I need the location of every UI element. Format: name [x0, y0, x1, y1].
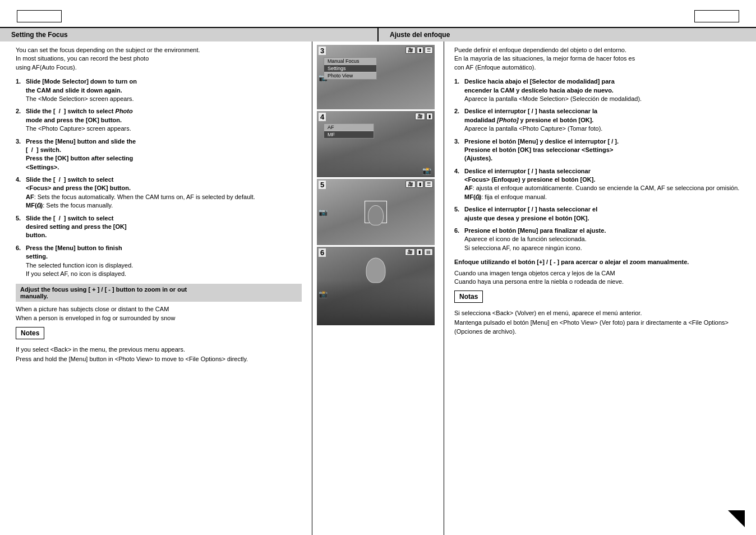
right-step-sub-6: Aparece el icono de la función seleccion…: [464, 235, 740, 252]
img-num-3: 3: [319, 47, 326, 55]
step-bold-1: Slide [Mode Selector] down to turn onthe…: [26, 78, 137, 93]
step-num-5: 5.: [16, 214, 26, 240]
right-step-num-3: 3.: [454, 137, 464, 163]
img-gradient-6: [317, 280, 435, 325]
page-body: You can set the focus depending on the s…: [0, 41, 756, 535]
left-step-2: 2. Slide the [ / ] switch to select Phot…: [16, 107, 302, 133]
img-num-4: 4: [319, 113, 326, 121]
focus-menu-mf: MF: [324, 131, 374, 138]
right-intro: Puede definir el enfoque dependiendo del…: [454, 46, 740, 72]
image-block-3: 3 🎥 ▮ ☰ 📷 Manual Focus Settings Photo Vi…: [317, 45, 435, 109]
menu-item-selected: Settings: [324, 65, 376, 72]
right-steps-list: 1. Deslice hacia abajo el [Selector de m…: [454, 77, 740, 252]
image-rect-5: 5 🎥 ▮ ☰ 📷: [317, 179, 435, 245]
img-icons-6: 🎥 ▮ ▤: [405, 248, 433, 256]
img-icon-cam-5: 🎥: [405, 181, 416, 188]
menu-item-1: Manual Focus: [324, 58, 376, 65]
step-sub-4: AF: Sets the focus automatically. When t…: [26, 193, 302, 210]
section-headers: Setting the Focus Ajuste del enfoque: [0, 28, 756, 41]
image-block-5: 5 🎥 ▮ ☰ 📷: [317, 179, 435, 245]
right-step-bold-4: Deslice el interruptor [ / ] hasta selec…: [464, 168, 595, 183]
left-notes-text: If you select <Back> in the menu, the pr…: [16, 345, 302, 363]
bottom-icon-4: 📸: [422, 167, 431, 175]
left-adjust-detail: When a picture has subjects close or dis…: [16, 305, 302, 322]
step-bold-4: Slide the [ / ] switch to select<Focus> …: [26, 176, 131, 191]
top-header: [0, 0, 756, 27]
img-icons-5: 🎥 ▮ ☰: [405, 181, 433, 188]
img-icon-bat-5: ▮: [417, 181, 423, 188]
notes-box-left: Notes: [16, 327, 44, 339]
col-right: Puede definir el enfoque dependiendo del…: [444, 41, 756, 535]
cam-side-icon-5: 📷: [319, 208, 328, 216]
left-adjust-note-text: Adjust the focus using [ + ] / [ - ] but…: [20, 286, 187, 299]
img-icons-4: 🎥 ▮: [415, 113, 433, 120]
left-step-5: 5. Slide the [ / ] switch to selectdesir…: [16, 214, 302, 240]
img-icon-cam-3: 🎥: [405, 47, 416, 54]
right-adjust-detail: Cuando una imagen tenga objetos cerca y …: [454, 269, 740, 287]
img-icon-bat-6: ▮: [416, 248, 423, 256]
nav-arrow[interactable]: [728, 510, 745, 528]
img-icon-cam-6: 🎥: [405, 248, 415, 256]
right-step-num-5: 5.: [454, 205, 464, 223]
right-step-2: 2. Deslice el interruptor [ / ] hasta se…: [454, 107, 740, 133]
image-rect-4: 4 🎥 ▮ AF MF 📸: [317, 111, 435, 177]
right-step-num-4: 4.: [454, 167, 464, 202]
left-step-1: 1. Slide [Mode Selector] down to turn on…: [16, 77, 302, 103]
step-sub-6: The selected function icon is displayed.…: [26, 261, 302, 279]
menu-overlay-3: Manual Focus Settings Photo View: [324, 57, 377, 80]
step-num-4: 4.: [16, 176, 26, 210]
step-bold-3: Press the [Menu] button and slide the[ /…: [26, 138, 136, 170]
col-images: 3 🎥 ▮ ☰ 📷 Manual Focus Settings Photo Vi…: [312, 41, 444, 535]
step-num-1: 1.: [16, 77, 26, 103]
img-icons-3: 🎥 ▮ ☰: [405, 47, 433, 54]
focus-menu-af: AF: [324, 124, 374, 131]
img-icon-menu-5: ☰: [425, 181, 433, 188]
left-adjust-note: Adjust the focus using [ + ] / [ - ] but…: [16, 284, 302, 302]
left-intro: You can set the focus depending on the s…: [16, 46, 302, 72]
menu-overlay-4: AF MF: [324, 123, 374, 139]
step-content-2: Slide the [ / ] switch to select Photomo…: [26, 107, 302, 133]
step-bold-2: Slide the [ / ] switch to select Photomo…: [26, 108, 133, 123]
step-sub-1: The <Mode Selection> screen appears.: [26, 95, 302, 103]
img-num-5: 5: [319, 181, 326, 189]
step-num-3: 3.: [16, 137, 26, 172]
right-step-5: 5. Deslice el interruptor [ / ] hasta se…: [454, 205, 740, 223]
right-step-1: 1. Deslice hacia abajo el [Selector de m…: [454, 77, 740, 103]
right-step-bold-1: Deslice hacia abajo el [Selector de moda…: [464, 78, 615, 93]
img-gradient-4: [317, 144, 435, 177]
right-step-num-2: 2.: [454, 107, 464, 133]
right-notes-section: Notas Si selecciona <Back> (Volver) en e…: [454, 290, 740, 336]
person-face-5: [368, 205, 384, 225]
step-content-1: Slide [Mode Selector] down to turn onthe…: [26, 77, 302, 103]
right-step-bold-6: Presione el botón [Menu] para finalizar …: [464, 227, 606, 234]
right-step-4: 4. Deslice el interruptor [ / ] hasta se…: [454, 167, 740, 202]
right-notes-text: Si selecciona <Back> (Volver) en el menú…: [454, 308, 740, 336]
image-block-4: 4 🎥 ▮ AF MF 📸: [317, 111, 435, 177]
left-step-6: 6. Press the [Menu] button to finishsett…: [16, 244, 302, 279]
right-step-sub-1: Aparece la pantalla <Mode Selection> (Se…: [464, 95, 740, 103]
notas-label: Notas: [459, 293, 478, 301]
col-left: You can set the focus depending on the s…: [0, 41, 312, 535]
notas-box: Notas: [454, 290, 483, 303]
image-rect-6: 6 🎥 ▮ ▤ 📸: [317, 247, 435, 325]
step-num-2: 2.: [16, 107, 26, 133]
right-step-bold-3: Presione el botón [Menu] y deslice el in…: [464, 138, 619, 162]
right-step-6: 6. Presione el botón [Menu] para finaliz…: [454, 227, 740, 252]
right-step-content-1: Deslice hacia abajo el [Selector de moda…: [464, 77, 740, 103]
left-steps-list: 1. Slide [Mode Selector] down to turn on…: [16, 77, 302, 278]
image-block-6: 6 🎥 ▮ ▤ 📸: [317, 247, 435, 325]
img-num-6: 6: [319, 248, 326, 257]
step-num-6: 6.: [16, 244, 26, 279]
image-rect-3: 3 🎥 ▮ ☰ 📷 Manual Focus Settings Photo Vi…: [317, 45, 435, 109]
left-section-title: Setting the Focus: [0, 28, 377, 41]
page-container: Setting the Focus Ajuste del enfoque You…: [0, 0, 756, 535]
step-sub-2: The <Photo Capture> screen appears.: [26, 124, 302, 133]
person-head-6: [366, 258, 386, 283]
right-step-content-4: Deslice el interruptor [ / ] hasta selec…: [464, 167, 740, 202]
step-content-6: Press the [Menu] button to finishsetting…: [26, 244, 302, 279]
right-step-sub-4: AF: ajusta el enfoque automáticamente. C…: [464, 184, 740, 201]
right-step-content-6: Presione el botón [Menu] para finalizar …: [464, 227, 740, 252]
left-notes-section: Notes If you select <Back> in the menu, …: [16, 327, 302, 363]
img-icon-menu-3: ☰: [425, 47, 433, 54]
right-step-sub-2: Aparece la pantalla <Photo Capture> (Tom…: [464, 124, 740, 133]
